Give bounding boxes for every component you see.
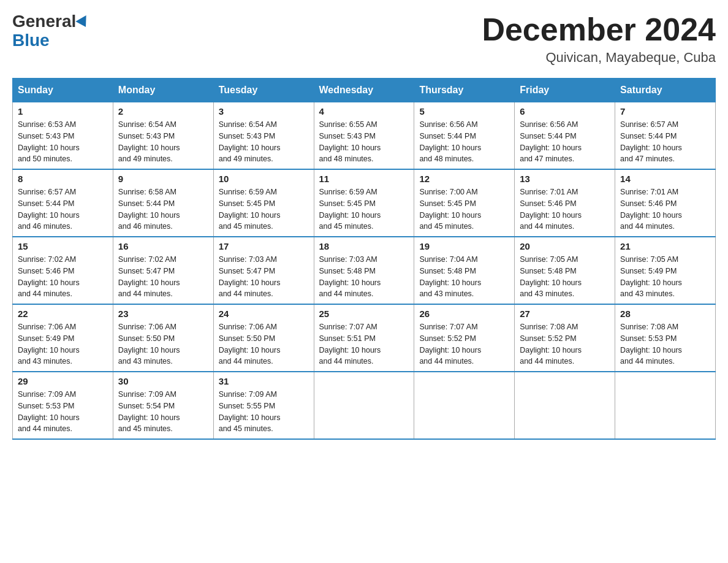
day-info: Sunrise: 7:02 AMSunset: 5:46 PMDaylight:… [18, 254, 108, 300]
day-number: 23 [118, 308, 208, 319]
calendar-week-row: 22Sunrise: 7:06 AMSunset: 5:49 PMDayligh… [13, 304, 716, 372]
calendar-cell: 9Sunrise: 6:58 AMSunset: 5:44 PMDaylight… [113, 169, 213, 237]
location-title: Quivican, Mayabeque, Cuba [482, 50, 716, 66]
day-info: Sunrise: 7:06 AMSunset: 5:50 PMDaylight:… [118, 321, 208, 367]
day-info: Sunrise: 6:53 AMSunset: 5:43 PMDaylight:… [18, 119, 108, 165]
logo-triangle-icon [76, 15, 91, 30]
day-info: Sunrise: 7:01 AMSunset: 5:46 PMDaylight:… [520, 186, 610, 232]
calendar-cell: 13Sunrise: 7:01 AMSunset: 5:46 PMDayligh… [515, 169, 615, 237]
day-number: 21 [620, 241, 710, 251]
day-number: 3 [219, 106, 309, 117]
calendar-cell: 17Sunrise: 7:03 AMSunset: 5:47 PMDayligh… [213, 237, 314, 304]
day-number: 24 [219, 308, 309, 319]
month-title: December 2024 [482, 12, 716, 47]
calendar-cell: 23Sunrise: 7:06 AMSunset: 5:50 PMDayligh… [113, 304, 213, 372]
calendar-cell: 7Sunrise: 6:57 AMSunset: 5:44 PMDaylight… [615, 102, 716, 170]
day-info: Sunrise: 7:07 AMSunset: 5:52 PMDaylight:… [419, 321, 509, 367]
weekday-header-tuesday: Tuesday [213, 79, 314, 102]
day-info: Sunrise: 7:03 AMSunset: 5:47 PMDaylight:… [219, 254, 309, 300]
day-info: Sunrise: 6:54 AMSunset: 5:43 PMDaylight:… [118, 119, 208, 165]
title-area: December 2024 Quivican, Mayabeque, Cuba [482, 12, 716, 66]
day-number: 27 [520, 308, 610, 319]
day-number: 5 [419, 106, 509, 117]
calendar-cell: 28Sunrise: 7:08 AMSunset: 5:53 PMDayligh… [615, 304, 716, 372]
day-number: 8 [18, 174, 108, 184]
page-header: GeneralBlue December 2024 Quivican, Maya… [12, 12, 716, 66]
calendar-cell [515, 372, 615, 439]
calendar-week-row: 8Sunrise: 6:57 AMSunset: 5:44 PMDaylight… [13, 169, 716, 237]
calendar-cell: 19Sunrise: 7:04 AMSunset: 5:48 PMDayligh… [414, 237, 515, 304]
day-number: 19 [419, 241, 509, 251]
day-number: 29 [18, 376, 108, 386]
calendar-cell: 11Sunrise: 6:59 AMSunset: 5:45 PMDayligh… [314, 169, 414, 237]
weekday-header-wednesday: Wednesday [314, 79, 414, 102]
day-number: 9 [118, 174, 208, 184]
day-number: 26 [419, 308, 509, 319]
weekday-header-sunday: Sunday [13, 79, 113, 102]
day-number: 15 [18, 241, 108, 251]
calendar-table: SundayMondayTuesdayWednesdayThursdayFrid… [12, 78, 716, 440]
calendar-cell: 24Sunrise: 7:06 AMSunset: 5:50 PMDayligh… [213, 304, 314, 372]
day-number: 7 [620, 106, 710, 117]
calendar-cell [314, 372, 414, 439]
day-number: 10 [219, 174, 309, 184]
day-number: 22 [18, 308, 108, 319]
day-number: 2 [118, 106, 208, 117]
calendar-cell: 1Sunrise: 6:53 AMSunset: 5:43 PMDaylight… [13, 102, 113, 170]
day-number: 18 [319, 241, 409, 251]
day-info: Sunrise: 6:57 AMSunset: 5:44 PMDaylight:… [620, 119, 710, 165]
calendar-cell: 12Sunrise: 7:00 AMSunset: 5:45 PMDayligh… [414, 169, 515, 237]
logo: GeneralBlue [12, 12, 89, 50]
weekday-header-thursday: Thursday [414, 79, 515, 102]
day-number: 31 [219, 376, 309, 386]
calendar-week-row: 29Sunrise: 7:09 AMSunset: 5:53 PMDayligh… [13, 372, 716, 439]
day-info: Sunrise: 6:54 AMSunset: 5:43 PMDaylight:… [219, 119, 309, 165]
calendar-cell: 18Sunrise: 7:03 AMSunset: 5:48 PMDayligh… [314, 237, 414, 304]
calendar-cell: 4Sunrise: 6:55 AMSunset: 5:43 PMDaylight… [314, 102, 414, 170]
day-number: 30 [118, 376, 208, 386]
logo-blue-text: Blue [12, 31, 50, 50]
weekday-header-friday: Friday [515, 79, 615, 102]
day-info: Sunrise: 6:56 AMSunset: 5:44 PMDaylight:… [419, 119, 509, 165]
day-info: Sunrise: 6:59 AMSunset: 5:45 PMDaylight:… [219, 186, 309, 232]
calendar-cell: 6Sunrise: 6:56 AMSunset: 5:44 PMDaylight… [515, 102, 615, 170]
day-info: Sunrise: 7:05 AMSunset: 5:48 PMDaylight:… [520, 254, 610, 300]
day-info: Sunrise: 7:02 AMSunset: 5:47 PMDaylight:… [118, 254, 208, 300]
day-number: 11 [319, 174, 409, 184]
calendar-cell: 2Sunrise: 6:54 AMSunset: 5:43 PMDaylight… [113, 102, 213, 170]
day-info: Sunrise: 7:08 AMSunset: 5:52 PMDaylight:… [520, 321, 610, 367]
day-info: Sunrise: 7:06 AMSunset: 5:49 PMDaylight:… [18, 321, 108, 367]
calendar-cell: 5Sunrise: 6:56 AMSunset: 5:44 PMDaylight… [414, 102, 515, 170]
day-number: 16 [118, 241, 208, 251]
calendar-cell [615, 372, 716, 439]
day-number: 12 [419, 174, 509, 184]
day-number: 17 [219, 241, 309, 251]
calendar-cell: 21Sunrise: 7:05 AMSunset: 5:49 PMDayligh… [615, 237, 716, 304]
calendar-cell: 20Sunrise: 7:05 AMSunset: 5:48 PMDayligh… [515, 237, 615, 304]
day-info: Sunrise: 7:07 AMSunset: 5:51 PMDaylight:… [319, 321, 409, 367]
calendar-cell: 14Sunrise: 7:01 AMSunset: 5:46 PMDayligh… [615, 169, 716, 237]
day-number: 28 [620, 308, 710, 319]
logo-text: GeneralBlue [12, 12, 89, 50]
calendar-cell: 15Sunrise: 7:02 AMSunset: 5:46 PMDayligh… [13, 237, 113, 304]
day-info: Sunrise: 6:59 AMSunset: 5:45 PMDaylight:… [319, 186, 409, 232]
calendar-cell [414, 372, 515, 439]
calendar-cell: 27Sunrise: 7:08 AMSunset: 5:52 PMDayligh… [515, 304, 615, 372]
day-info: Sunrise: 7:03 AMSunset: 5:48 PMDaylight:… [319, 254, 409, 300]
day-info: Sunrise: 7:05 AMSunset: 5:49 PMDaylight:… [620, 254, 710, 300]
calendar-week-row: 15Sunrise: 7:02 AMSunset: 5:46 PMDayligh… [13, 237, 716, 304]
calendar-cell: 31Sunrise: 7:09 AMSunset: 5:55 PMDayligh… [213, 372, 314, 439]
day-info: Sunrise: 6:58 AMSunset: 5:44 PMDaylight:… [118, 186, 208, 232]
day-number: 25 [319, 308, 409, 319]
weekday-header-monday: Monday [113, 79, 213, 102]
calendar-cell: 25Sunrise: 7:07 AMSunset: 5:51 PMDayligh… [314, 304, 414, 372]
calendar-cell: 3Sunrise: 6:54 AMSunset: 5:43 PMDaylight… [213, 102, 314, 170]
day-number: 20 [520, 241, 610, 251]
day-number: 1 [18, 106, 108, 117]
day-info: Sunrise: 7:08 AMSunset: 5:53 PMDaylight:… [620, 321, 710, 367]
day-info: Sunrise: 7:09 AMSunset: 5:53 PMDaylight:… [18, 389, 108, 435]
calendar-cell: 26Sunrise: 7:07 AMSunset: 5:52 PMDayligh… [414, 304, 515, 372]
day-info: Sunrise: 7:09 AMSunset: 5:54 PMDaylight:… [118, 389, 208, 435]
calendar-cell: 8Sunrise: 6:57 AMSunset: 5:44 PMDaylight… [13, 169, 113, 237]
day-info: Sunrise: 6:57 AMSunset: 5:44 PMDaylight:… [18, 186, 108, 232]
